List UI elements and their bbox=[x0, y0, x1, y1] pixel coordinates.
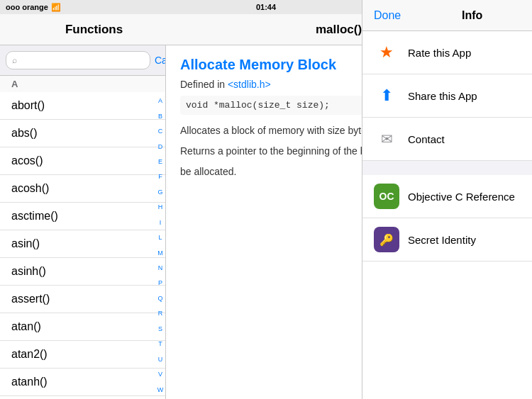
done-button[interactable]: Done bbox=[362, 9, 412, 22]
alpha-g[interactable]: G bbox=[157, 189, 162, 196]
section-header-a: A bbox=[0, 76, 165, 92]
list-item[interactable]: atan() bbox=[0, 313, 165, 341]
list-item[interactable]: asinh() bbox=[0, 258, 165, 286]
sidebar: ⌕ Cancel A abort() abs() acos() acosh() … bbox=[0, 45, 166, 399]
alpha-e[interactable]: E bbox=[158, 159, 162, 165]
carrier-text: ooo orange bbox=[6, 3, 48, 11]
defined-text: Defined in bbox=[180, 79, 228, 90]
share-app-label: Share this App bbox=[408, 90, 477, 102]
overlay-header: Done Info bbox=[362, 0, 532, 31]
share-icon: ⬆ bbox=[374, 83, 399, 108]
alpha-i[interactable]: I bbox=[160, 220, 162, 226]
search-icon: ⌕ bbox=[12, 55, 17, 65]
list-item[interactable]: asctime() bbox=[0, 203, 165, 230]
list-item[interactable]: acos() bbox=[0, 147, 165, 175]
list-item[interactable]: atexit() bbox=[0, 396, 165, 399]
overlay-tab-bar: Info bbox=[412, 9, 532, 22]
list-item[interactable]: abs() bbox=[0, 120, 165, 147]
list-item[interactable]: abort() bbox=[0, 92, 165, 120]
alpha-a[interactable]: A bbox=[158, 98, 162, 104]
wifi-icon: 📶 bbox=[51, 3, 61, 12]
alpha-d[interactable]: D bbox=[158, 144, 163, 150]
section-gap bbox=[362, 161, 532, 175]
main-layout: ⌕ Cancel A abort() abs() acos() acosh() … bbox=[0, 45, 532, 399]
alpha-f[interactable]: F bbox=[158, 174, 162, 180]
objcref-label: Objective C Reference bbox=[408, 191, 515, 203]
defined-link[interactable]: <stdlib.h> bbox=[228, 79, 271, 90]
objcref-item[interactable]: OC Objective C Reference bbox=[362, 175, 532, 218]
list-item[interactable]: atan2() bbox=[0, 341, 165, 369]
alpha-u[interactable]: U bbox=[158, 356, 163, 363]
alpha-index[interactable]: A B C D E F G H I L M N P Q R S T U V W bbox=[155, 92, 165, 399]
share-app-item[interactable]: ⬆ Share this App bbox=[362, 74, 532, 118]
info-panel: Done Info ★ Rate this App ⬆ Share this A… bbox=[362, 0, 532, 399]
alpha-n[interactable]: N bbox=[158, 265, 163, 271]
list-item[interactable]: assert() bbox=[0, 286, 165, 313]
status-left: ooo orange 📶 bbox=[6, 3, 61, 12]
objcref-icon: OC bbox=[374, 184, 399, 209]
secret-item[interactable]: 🔑 Secret Identity bbox=[362, 218, 532, 262]
secret-label: Secret Identity bbox=[408, 234, 476, 246]
nav-title: malloc() bbox=[316, 23, 362, 37]
search-wrapper: ⌕ bbox=[6, 51, 150, 69]
function-items: abort() abs() acos() acosh() asctime() a… bbox=[0, 92, 165, 399]
rate-app-item[interactable]: ★ Rate this App bbox=[362, 31, 532, 74]
status-time: 01:44 bbox=[256, 3, 276, 11]
cancel-button[interactable]: Cancel bbox=[155, 55, 166, 66]
list-item[interactable]: acosh() bbox=[0, 175, 165, 203]
function-list: abort() abs() acos() acosh() asctime() a… bbox=[0, 92, 165, 399]
alpha-r[interactable]: R bbox=[158, 310, 163, 317]
list-item[interactable]: atanh() bbox=[0, 369, 165, 396]
sidebar-title: Functions bbox=[11, 23, 177, 37]
info-tab-label[interactable]: Info bbox=[453, 9, 491, 22]
alpha-h[interactable]: H bbox=[158, 204, 163, 210]
alpha-b[interactable]: B bbox=[158, 113, 162, 120]
star-icon: ★ bbox=[374, 40, 399, 65]
alpha-c[interactable]: C bbox=[158, 128, 163, 135]
list-item[interactable]: asin() bbox=[0, 230, 165, 258]
alpha-t[interactable]: T bbox=[158, 341, 162, 347]
search-input[interactable] bbox=[20, 55, 144, 66]
alpha-v[interactable]: V bbox=[158, 371, 162, 378]
contact-item[interactable]: ✉ Contact bbox=[362, 118, 532, 161]
contact-label: Contact bbox=[408, 133, 445, 145]
secret-icon: 🔑 bbox=[374, 227, 399, 252]
alpha-s[interactable]: S bbox=[158, 326, 162, 332]
alpha-p[interactable]: P bbox=[158, 280, 162, 286]
contact-icon: ✉ bbox=[374, 126, 399, 152]
alpha-m[interactable]: M bbox=[157, 250, 163, 257]
alpha-l[interactable]: L bbox=[158, 235, 162, 241]
search-bar: ⌕ Cancel bbox=[0, 45, 165, 76]
alpha-w[interactable]: W bbox=[157, 387, 164, 393]
rate-app-label: Rate this App bbox=[408, 47, 471, 59]
alpha-q[interactable]: Q bbox=[157, 296, 162, 302]
